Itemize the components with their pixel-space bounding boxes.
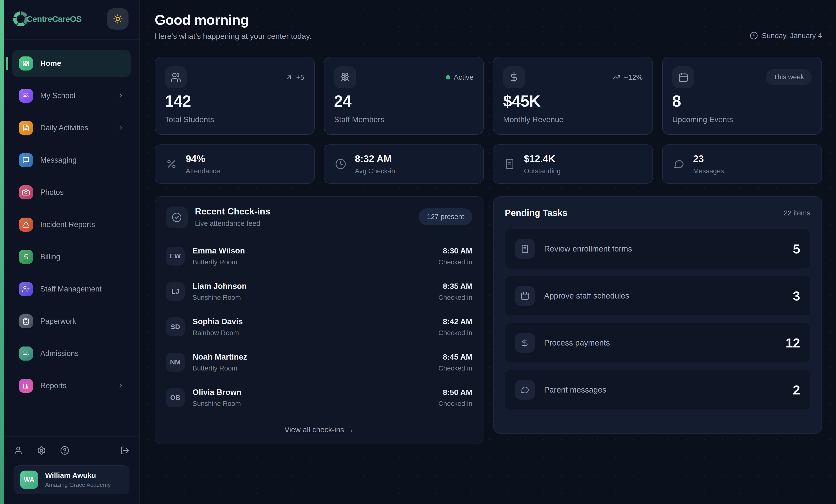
task-row-approve-staff-schedules[interactable]: Approve staff schedules 3 xyxy=(505,276,810,315)
receipt-icon xyxy=(515,239,535,259)
pending-tasks-panel: Pending Tasks 22 items Review enrollment… xyxy=(493,196,822,434)
task-row-parent-messages[interactable]: Parent messages 2 xyxy=(505,370,810,409)
task-count: 2 xyxy=(793,382,800,398)
task-count: 3 xyxy=(793,288,800,303)
sun-icon xyxy=(113,14,123,24)
task-label: Review enrollment forms xyxy=(544,244,632,253)
avatar: SD xyxy=(166,317,185,336)
sidebar-item-incident-reports[interactable]: Incident Reports xyxy=(12,211,131,238)
user-name: William Awuku xyxy=(45,471,111,480)
users-icon xyxy=(165,66,187,88)
user-card[interactable]: WA William Awuku Amazing Grace Academy xyxy=(14,465,130,494)
avatar: OB xyxy=(166,388,185,407)
stat-label: Upcoming Events xyxy=(672,115,812,124)
checkin-row[interactable]: LJ Liam Johnson Sunshine Room 8:35 AM Ch… xyxy=(166,274,472,309)
dollar-icon xyxy=(503,66,525,88)
checkin-time: 8:42 AM xyxy=(438,317,472,326)
brand: CentreCareOS xyxy=(13,11,81,27)
sidebar-item-home[interactable]: Home xyxy=(12,50,131,77)
page-title: Good morning xyxy=(155,12,311,28)
percent-icon xyxy=(166,158,177,170)
quick-stat-messages: 23 Messages xyxy=(662,144,822,184)
room-name: Butterfly Room xyxy=(192,258,245,266)
checkin-row[interactable]: NM Noah Martinez Butterfly Room 8:45 AM … xyxy=(166,345,472,380)
file-text-icon xyxy=(19,121,33,135)
logout-icon[interactable] xyxy=(120,446,130,455)
logo-row: CentreCareOS xyxy=(4,0,139,40)
date-display: Sunday, January 4 xyxy=(750,32,822,40)
sidebar-item-billing[interactable]: Billing xyxy=(12,243,131,270)
sidebar-item-label: Paperwork xyxy=(40,317,76,326)
checkin-time: 8:45 AM xyxy=(438,352,472,362)
sidebar-footer: WA William Awuku Amazing Grace Academy xyxy=(4,436,139,504)
user-check-icon xyxy=(19,282,33,296)
sidebar-item-daily-activities[interactable]: Daily Activities xyxy=(12,114,131,141)
checkin-row[interactable]: EW Emma Wilson Butterfly Room 8:30 AM Ch… xyxy=(166,238,472,274)
task-label: Approve staff schedules xyxy=(544,291,629,301)
quick-stat-value: 94% xyxy=(186,153,220,164)
sidebar-item-staff-management[interactable]: Staff Management xyxy=(12,275,131,303)
arrow-up-right-icon xyxy=(285,74,293,81)
sidebar: CentreCareOS xyxy=(0,0,140,504)
task-row-review-enrollment-forms[interactable]: Review enrollment forms 5 xyxy=(505,229,810,269)
date-text: Sunday, January 4 xyxy=(762,32,822,40)
active-indicator xyxy=(6,57,8,70)
profile-icon[interactable] xyxy=(14,446,23,455)
avatar: WA xyxy=(20,470,38,489)
sidebar-item-reports[interactable]: Reports xyxy=(12,372,131,399)
checkin-row[interactable]: SD Sophia Davis Rainbow Room 8:42 AM Che… xyxy=(166,309,472,345)
stat-value: $45K xyxy=(503,92,643,110)
sidebar-item-label: Daily Activities xyxy=(40,123,88,132)
sidebar-item-label: Home xyxy=(40,59,61,68)
checkin-row[interactable]: OB Olivia Brown Sunshine Room 8:50 AM Ch… xyxy=(166,380,472,415)
bar-chart-icon xyxy=(19,379,33,393)
stat-cards-row: +5 142 Total Students Active xyxy=(155,57,822,135)
chevron-right-icon xyxy=(117,92,124,99)
stat-value: 24 xyxy=(334,92,474,110)
camera-icon xyxy=(19,186,33,199)
quick-stat-label: Messages xyxy=(693,167,724,175)
theme-toggle-button[interactable] xyxy=(107,8,129,30)
task-list: Review enrollment forms 5 Approve staff … xyxy=(505,229,810,409)
gear-icon[interactable] xyxy=(37,446,46,455)
avatar: EW xyxy=(166,247,185,266)
room-name: Rainbow Room xyxy=(192,329,243,337)
checkin-time: 8:30 AM xyxy=(438,247,472,255)
quick-stat-attendance: 94% Attendance xyxy=(155,144,315,184)
sidebar-item-photos[interactable]: Photos xyxy=(12,179,131,206)
stat-card-staff-members: Active 24 Staff Members xyxy=(324,57,484,135)
present-count-badge: 127 present xyxy=(419,208,472,225)
stat-status: Active xyxy=(446,73,474,81)
sidebar-item-label: Billing xyxy=(40,252,60,261)
avatar: NM xyxy=(166,353,185,372)
trending-up-icon xyxy=(613,73,621,81)
quick-stat-value: 23 xyxy=(693,153,724,164)
avatar: LJ xyxy=(166,282,185,301)
chevron-right-icon xyxy=(117,124,124,131)
checkin-list: EW Emma Wilson Butterfly Room 8:30 AM Ch… xyxy=(166,238,472,415)
calendar-icon xyxy=(515,286,535,306)
stat-value: 8 xyxy=(672,92,812,110)
dollar-icon xyxy=(515,333,535,353)
sidebar-item-label: Staff Management xyxy=(40,285,101,293)
items-count: 22 items xyxy=(784,209,810,217)
clipboard-icon xyxy=(19,314,33,328)
sidebar-item-messaging[interactable]: Messaging xyxy=(12,147,131,174)
message-circle-icon xyxy=(673,158,684,170)
sidebar-item-admissions[interactable]: Admissions xyxy=(12,340,131,367)
stat-trend: +12% xyxy=(613,73,643,81)
task-row-process-payments[interactable]: Process payments 12 xyxy=(505,323,810,363)
view-all-checkins-link[interactable]: View all check-ins → xyxy=(166,426,472,434)
quick-stat-avg-checkin: 8:32 AM Avg Check-in xyxy=(324,144,484,184)
checkin-time: 8:35 AM xyxy=(438,282,472,291)
room-name: Butterfly Room xyxy=(192,364,247,372)
main-content: Good morning Here's what's happening at … xyxy=(140,0,836,504)
task-count: 5 xyxy=(793,241,800,256)
stat-label: Staff Members xyxy=(334,115,474,124)
help-icon[interactable] xyxy=(60,446,69,455)
stat-card-total-students: +5 142 Total Students xyxy=(155,57,315,135)
sidebar-item-my-school[interactable]: My School xyxy=(12,82,131,109)
calendar-icon xyxy=(672,66,694,88)
task-label: Process payments xyxy=(544,338,610,347)
sidebar-item-paperwork[interactable]: Paperwork xyxy=(12,308,131,335)
